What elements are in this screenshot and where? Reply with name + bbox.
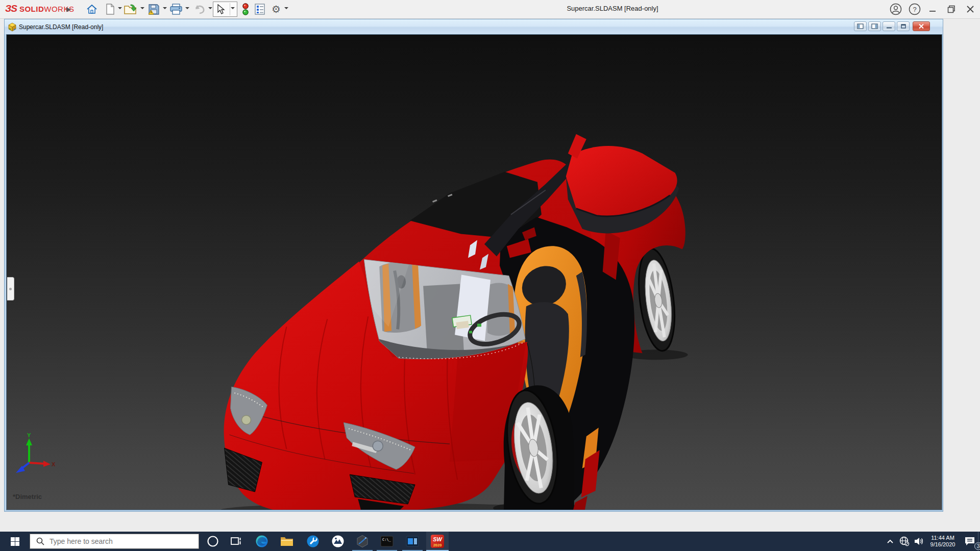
notifications-icon[interactable]: 3: [960, 532, 980, 551]
task-view-icon[interactable]: [225, 532, 247, 551]
open-dropdown[interactable]: [140, 7, 144, 11]
pane-right-button[interactable]: [868, 21, 881, 31]
command-prompt-icon[interactable]: C:\_: [376, 532, 398, 551]
stoplight-icon[interactable]: [239, 3, 252, 16]
pane-left-button[interactable]: [854, 21, 867, 31]
new-document-dropdown[interactable]: [118, 7, 122, 11]
cortana-icon[interactable]: [202, 532, 224, 551]
save-dropdown[interactable]: [163, 7, 167, 11]
chevron-up-icon[interactable]: [883, 532, 897, 551]
solidworks-2020-icon[interactable]: SW 2020: [426, 532, 449, 551]
restore-icon[interactable]: [944, 2, 959, 16]
start-button[interactable]: [0, 532, 30, 551]
clock-time: 11:44 AM: [926, 535, 960, 541]
media-app-icon[interactable]: [401, 532, 424, 551]
search-icon: [36, 537, 44, 545]
undo-icon[interactable]: [192, 3, 206, 16]
select-cursor-icon[interactable]: [214, 3, 228, 16]
photos-icon[interactable]: [327, 532, 349, 551]
select-cursor-dropdown[interactable]: [231, 7, 235, 11]
show-desktop-strip[interactable]: [978, 532, 978, 551]
network-globe-icon[interactable]: [897, 532, 912, 551]
taskbar-search[interactable]: [30, 534, 199, 549]
taskbar-clock[interactable]: 11:44 AM 9/16/2020: [926, 535, 960, 548]
file-explorer-icon[interactable]: [276, 532, 298, 551]
triad-y-label: Y: [27, 432, 31, 438]
svg-text:?: ?: [913, 6, 916, 13]
solidworks-logo: ЗS SOLID WORKS: [5, 3, 74, 15]
document-restore-button[interactable]: [897, 21, 910, 31]
brand-solid: SOLID: [19, 5, 44, 13]
assembly-document-icon: [8, 22, 17, 32]
notification-count-badge: 3: [974, 542, 980, 550]
svg-text:SW: SW: [433, 536, 443, 542]
edge-icon[interactable]: [251, 532, 273, 551]
application-titlebar: ЗS SOLID WORKS ▶: [0, 0, 980, 19]
document-minimize-button[interactable]: [883, 21, 895, 31]
search-input[interactable]: [50, 537, 182, 545]
support-tool-icon[interactable]: [302, 532, 324, 551]
orientation-triad: Y X: [14, 432, 58, 479]
new-document-icon[interactable]: [104, 3, 117, 16]
help-icon[interactable]: ?: [907, 2, 922, 16]
ds-logo-mark: ЗS: [5, 3, 17, 14]
desktop: ЗS SOLID WORKS ▶: [0, 0, 980, 551]
volume-icon[interactable]: [912, 532, 926, 551]
undo-dropdown[interactable]: [208, 7, 212, 11]
save-icon[interactable]: [147, 3, 160, 16]
system-tray: 11:44 AM 9/16/2020 3: [883, 532, 980, 551]
file-properties-icon[interactable]: [253, 3, 266, 16]
document-title: Supercar.SLDASM [Read-only]: [19, 23, 103, 31]
rear-wheel: [634, 246, 680, 353]
document-close-button[interactable]: [913, 21, 930, 31]
windows-taskbar: C:\_ SW 2020: [0, 532, 980, 551]
svg-text:2020: 2020: [433, 543, 442, 547]
clock-date: 9/16/2020: [926, 541, 960, 548]
view-orientation-label: *Dimetric: [13, 493, 42, 500]
open-icon[interactable]: [124, 3, 137, 16]
collapsed-panel-tab[interactable]: [7, 277, 14, 300]
windshield: [364, 260, 526, 364]
document-window: Supercar.SLDASM [Read-only]: [4, 19, 943, 512]
close-icon[interactable]: [963, 2, 978, 16]
account-icon[interactable]: [888, 2, 903, 16]
graphics-viewport[interactable]: Y X *Dimetric: [6, 34, 942, 510]
svg-text:C:\_: C:\_: [382, 538, 391, 542]
toolbar-flyout-arrow-icon[interactable]: ▶: [66, 4, 74, 14]
minimize-icon[interactable]: [925, 2, 940, 16]
home-icon[interactable]: [85, 3, 99, 16]
print-dropdown[interactable]: [185, 7, 189, 11]
options-gear-icon[interactable]: ⚙: [270, 3, 283, 16]
print-icon[interactable]: [169, 3, 183, 16]
app-title: Supercar.SLDASM [Read-only]: [485, 5, 740, 12]
options-dropdown[interactable]: [284, 7, 288, 11]
composer-hexagon-icon[interactable]: [351, 532, 374, 551]
triad-x-label: X: [52, 461, 56, 467]
supercar-3d-model[interactable]: [7, 35, 942, 510]
document-titlebar[interactable]: Supercar.SLDASM [Read-only]: [5, 19, 943, 34]
